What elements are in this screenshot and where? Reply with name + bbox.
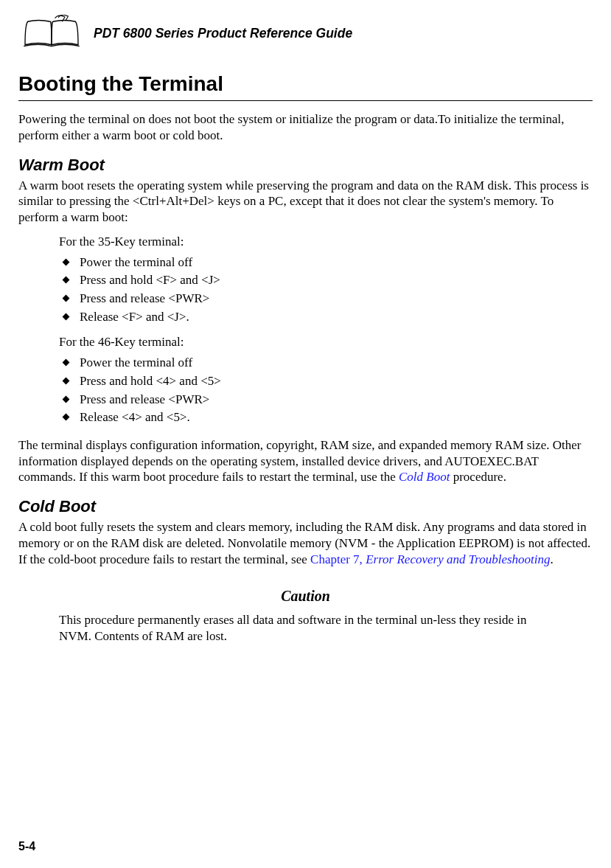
proc-46-label: For the 46-Key terminal: [59, 335, 593, 350]
proc-46-list: Power the terminal off Press and hold <4… [59, 354, 593, 427]
list-item: Press and release <PWR> [59, 290, 593, 308]
book-icon [18, 15, 85, 52]
list-item: Press and hold <F> and <J> [59, 271, 593, 290]
cold-boot-heading: Cold Boot [18, 497, 593, 516]
list-item: Release <F> and <J>. [59, 308, 593, 327]
page-header: PDT 6800 Series Product Reference Guide [18, 15, 593, 52]
list-item: Power the terminal off [59, 354, 593, 372]
warm-boot-paragraph: A warm boot resets the operating system … [18, 178, 593, 226]
list-item: Release <4> and <5>. [59, 409, 593, 427]
page-number: 5-4 [18, 840, 35, 853]
proc-35-label: For the 35-Key terminal: [59, 235, 593, 249]
caution-body: This procedure permanently erases all da… [59, 612, 556, 645]
cold-boot-paragraph: A cold boot fully resets the system and … [18, 519, 593, 567]
warm-boot-heading: Warm Boot [18, 156, 593, 175]
intro-paragraph: Powering the terminal on does not boot t… [18, 111, 593, 144]
list-item: Power the terminal off [59, 254, 593, 272]
text-span: procedure. [450, 470, 506, 484]
caution-heading: Caution [18, 588, 593, 605]
proc-35-list: Power the terminal off Press and hold <F… [59, 254, 593, 327]
cold-boot-link[interactable]: Cold Boot [399, 470, 450, 484]
link-chapter: Chapter 7, [310, 552, 366, 566]
warm-boot-after-paragraph: The terminal displays configuration info… [18, 437, 593, 485]
guide-title: PDT 6800 Series Product Reference Guide [94, 26, 352, 41]
list-item: Press and release <PWR> [59, 391, 593, 409]
page-title: Booting the Terminal [18, 72, 593, 101]
text-span: . [551, 552, 554, 566]
chapter-7-link[interactable]: Chapter 7, Error Recovery and Troublesho… [310, 552, 551, 566]
list-item: Press and hold <4> and <5> [59, 372, 593, 391]
link-title: Error Recovery and Troubleshooting [366, 552, 550, 566]
